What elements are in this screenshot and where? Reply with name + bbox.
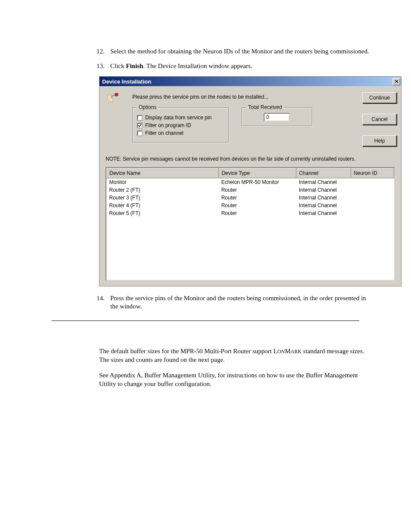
device-table: Device Name Device Type Channel Neuron I… <box>106 168 394 217</box>
step-13-text-a: Click <box>110 62 126 69</box>
lower-text: The default buffer sizes for the MPR-50 … <box>99 347 372 389</box>
p1c: M <box>285 348 290 355</box>
help-button[interactable]: Help <box>362 135 397 146</box>
option-filter-program-id[interactable]: Filter on program ID <box>137 122 223 128</box>
cell-type: Echelon MPR-50 Monitor <box>219 178 296 186</box>
cell-nid <box>351 209 394 217</box>
cell-nid <box>351 186 394 194</box>
cell-name: Router 5 (FT) <box>107 209 219 217</box>
cell-type: Router <box>219 186 296 194</box>
step-12-text: Select the method for obtaining the Neur… <box>110 48 369 55</box>
p1a: The default buffer sizes for the MPR-50 … <box>99 348 277 355</box>
cell-type: Router <box>219 194 296 202</box>
step-14: 14. Press the service pins of the Monito… <box>99 294 372 311</box>
cell-channel: Internal Channel <box>296 202 351 209</box>
cell-nid <box>351 178 394 186</box>
total-received-field[interactable]: 0 <box>264 113 290 121</box>
option-label: Filter on channel <box>145 130 184 136</box>
cell-type: Router <box>219 202 296 209</box>
option-filter-channel[interactable]: Filter on channel <box>137 130 223 136</box>
total-received-legend: Total Received <box>246 104 284 110</box>
checkbox-icon[interactable] <box>137 123 143 128</box>
step-12-num: 12. <box>97 47 105 56</box>
cell-channel: Internal Channel <box>296 194 351 202</box>
col-channel[interactable]: Channel <box>296 168 351 178</box>
p2: See Appendix A, Buffer Management Utilit… <box>99 371 372 389</box>
cell-name: Router 4 (FT) <box>107 202 219 209</box>
service-pin-icon <box>106 93 119 105</box>
table-row[interactable]: Monitor Echelon MPR-50 Monitor Internal … <box>107 178 394 186</box>
col-neuron-id[interactable]: Neuron ID <box>351 168 394 178</box>
col-device-name[interactable]: Device Name <box>107 168 219 178</box>
cell-channel: Internal Channel <box>296 178 351 186</box>
close-icon[interactable] <box>392 78 400 85</box>
cancel-button[interactable]: Cancel <box>362 114 397 125</box>
step-13-bold: Finish <box>126 62 143 69</box>
step-14-text: Press the service pins of the Monitor an… <box>110 295 366 310</box>
option-label: Filter on program ID <box>145 122 191 128</box>
step-12: 12. Select the method for obtaining the … <box>99 47 372 56</box>
cell-channel: Internal Channel <box>296 186 351 194</box>
svg-rect-0 <box>115 93 118 96</box>
cell-nid <box>351 194 394 202</box>
dialog-titlebar: Device Installation <box>100 77 401 86</box>
step-13: 13. Click Finish. The Device Installatio… <box>99 62 372 71</box>
col-device-type[interactable]: Device Type <box>219 168 296 178</box>
table-row[interactable]: Router 2 (FT) Router Internal Channel <box>107 186 394 194</box>
device-table-container: Device Name Device Type Channel Neuron I… <box>106 167 395 281</box>
step-13-text-b: . The Device Installation window appears… <box>143 62 252 69</box>
section-divider <box>52 320 359 321</box>
checkbox-icon[interactable] <box>137 131 143 136</box>
table-row[interactable]: Router 3 (FT) Router Internal Channel <box>107 194 394 202</box>
step-14-num: 14. <box>97 294 105 303</box>
options-group: Options Display data from service pin Fi… <box>132 104 229 143</box>
cell-type: Router <box>219 209 296 217</box>
cell-channel: Internal Channel <box>296 209 351 217</box>
option-display-data[interactable]: Display data from service pin <box>137 115 223 121</box>
cell-name: Monitor <box>107 178 219 186</box>
dialog-note: NOTE: Service pin messages cannot be rec… <box>106 156 395 163</box>
cell-name: Router 2 (FT) <box>107 186 219 194</box>
cell-nid <box>351 202 394 209</box>
cell-name: Router 3 (FT) <box>107 194 219 202</box>
continue-button[interactable]: Continue <box>362 92 397 103</box>
options-legend: Options <box>137 104 158 110</box>
step-13-num: 13. <box>97 62 105 71</box>
table-row[interactable]: Router 5 (FT) Router Internal Channel <box>107 209 394 217</box>
p1d: ARK <box>291 348 302 355</box>
checkbox-icon[interactable] <box>137 115 143 121</box>
option-label: Display data from service pin <box>145 115 212 121</box>
device-installation-dialog: Device Installation Please press the ser… <box>99 76 402 286</box>
p1b: ON <box>277 348 285 355</box>
dialog-title: Device Installation <box>102 78 151 85</box>
total-received-group: Total Received 0 <box>242 104 312 126</box>
table-row[interactable]: Router 4 (FT) Router Internal Channel <box>107 202 394 209</box>
dialog-prompt: Please press the service pins on the nod… <box>132 94 352 100</box>
